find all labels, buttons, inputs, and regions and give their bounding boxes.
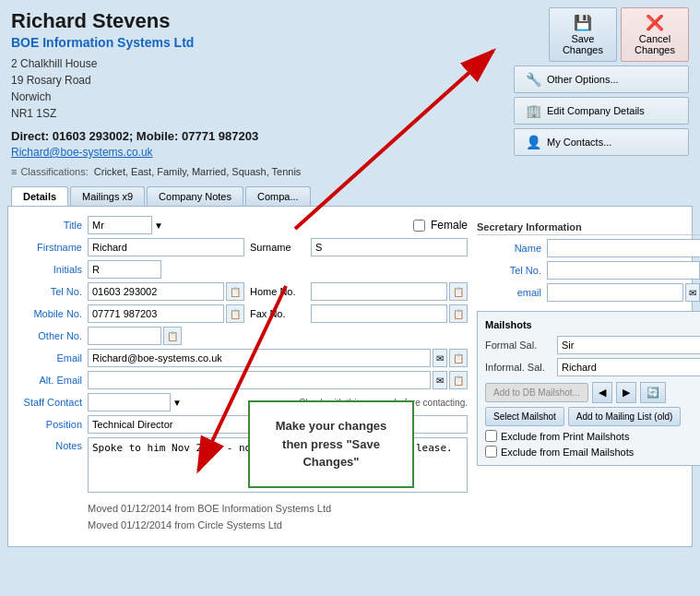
exclude-print-row: Exclude from Print Mailshots bbox=[485, 430, 700, 442]
formal-sal-row: Formal Sal. bbox=[485, 336, 700, 354]
sec-name-row: Name bbox=[477, 239, 700, 257]
altemail-group: ✉ 📋 bbox=[88, 371, 468, 389]
other-options-button[interactable]: 🔧 Other Options... bbox=[514, 66, 689, 93]
classifications-row: ≡ Classifications: Cricket, East, Family… bbox=[11, 166, 689, 177]
tab-mailings[interactable]: Mailings x9 bbox=[70, 186, 145, 206]
options-icon: 🔧 bbox=[526, 72, 541, 87]
secretary-title: Secretary Information bbox=[477, 221, 700, 235]
email-input[interactable] bbox=[88, 349, 431, 367]
informal-sal-input[interactable] bbox=[557, 358, 700, 376]
firstname-input[interactable] bbox=[88, 238, 244, 256]
title-dropdown-icon[interactable]: ▼ bbox=[154, 221, 163, 231]
exclude-email-checkbox[interactable] bbox=[485, 446, 497, 458]
sec-telno-row: Tel No. 📋 bbox=[477, 261, 700, 280]
address-line2: 19 Rosary Road bbox=[11, 74, 91, 87]
otherno-label: Other No. bbox=[18, 330, 82, 341]
sec-email-label: email bbox=[477, 287, 541, 298]
telno-copy-btn[interactable]: 📋 bbox=[226, 282, 244, 301]
email-row: Email ✉ 📋 bbox=[18, 349, 468, 367]
surname-label: Surname bbox=[250, 242, 305, 253]
mailshots-title: Mailshots bbox=[485, 319, 700, 330]
exclude-print-checkbox[interactable] bbox=[485, 430, 497, 442]
sec-name-input[interactable] bbox=[547, 239, 700, 257]
altemail-row: Alt. Email ✉ 📋 bbox=[18, 371, 468, 389]
cancel-label: CancelChanges bbox=[635, 33, 675, 55]
sec-telno-group: 📋 bbox=[547, 261, 700, 280]
faxno-input[interactable] bbox=[311, 304, 447, 323]
firstname-row: Firstname Surname bbox=[18, 238, 468, 256]
secretary-section: Secretary Information Name Tel No. 📋 ema bbox=[477, 221, 700, 302]
address-line1: 2 Chalkhill House bbox=[11, 57, 97, 70]
tab-company-notes[interactable]: Company Notes bbox=[147, 186, 243, 206]
next-btn[interactable]: ▶ bbox=[616, 382, 636, 403]
formal-sal-input[interactable] bbox=[557, 336, 700, 354]
tooltip-text: Make your changes then press "Save Chang… bbox=[276, 419, 387, 469]
surname-input[interactable] bbox=[311, 238, 468, 256]
email-copy-btn[interactable]: 📋 bbox=[449, 349, 468, 367]
mailshots-section: Mailshots Formal Sal. Informal. Sal. Add… bbox=[477, 311, 700, 466]
altemail-copy-btn[interactable]: 📋 bbox=[449, 371, 468, 389]
altemail-send-btn[interactable]: ✉ bbox=[433, 371, 447, 389]
sec-telno-input[interactable] bbox=[547, 261, 700, 280]
faxno-label: Fax No. bbox=[250, 308, 305, 319]
refresh-btn[interactable]: 🔄 bbox=[640, 382, 666, 403]
classifications-value: Cricket, East, Family, Married, Squash, … bbox=[94, 166, 302, 177]
notes-moved2: Moved 01/12/2014 from Circle Systems Ltd bbox=[88, 519, 282, 530]
telno-input[interactable] bbox=[88, 282, 224, 301]
staffcontact-input[interactable] bbox=[88, 393, 171, 411]
main-container: Richard Stevens BOE Information Systems … bbox=[0, 0, 700, 596]
homeno-input[interactable] bbox=[311, 282, 447, 301]
toolbar: 💾 SaveChanges ❌ CancelChanges 🔧 Other Op… bbox=[514, 7, 689, 156]
email-send-btn[interactable]: ✉ bbox=[433, 349, 447, 367]
list-icon: ≡ bbox=[11, 166, 17, 177]
edit-company-button[interactable]: 🏢 Edit Company Details bbox=[514, 97, 689, 125]
staffcontact-dropdown-icon[interactable]: ▼ bbox=[172, 398, 182, 408]
tooltip-popup: Make your changes then press "Save Chang… bbox=[248, 400, 414, 488]
altemail-input[interactable] bbox=[88, 371, 431, 389]
informal-sal-row: Informal. Sal. bbox=[485, 358, 700, 376]
address-line4: NR1 1SZ bbox=[11, 107, 56, 120]
title-input[interactable] bbox=[88, 216, 152, 234]
email-label: Email bbox=[18, 352, 82, 364]
notes-label: Notes bbox=[18, 437, 82, 451]
mailshot-btn-row1: Add to DB Mailshot... ◀ ▶ 🔄 bbox=[485, 382, 700, 403]
homeno-copy-btn[interactable]: 📋 bbox=[449, 282, 468, 301]
add-db-mailshot-btn[interactable]: Add to DB Mailshot... bbox=[485, 383, 588, 402]
mobileno-row: Mobile No. 📋 Fax No. 📋 bbox=[18, 304, 468, 323]
mobileno-input[interactable] bbox=[88, 304, 224, 323]
other-options-label: Other Options... bbox=[547, 74, 619, 85]
right-col: Secretary Information Name Tel No. 📋 ema bbox=[477, 216, 700, 537]
tab-details[interactable]: Details bbox=[11, 186, 68, 206]
sec-email-send-btn[interactable]: ✉ bbox=[685, 283, 700, 302]
homeno-group: 📋 bbox=[311, 282, 468, 301]
add-mailing-list-btn[interactable]: Add to Mailing List (old) bbox=[568, 407, 682, 426]
cancel-changes-button[interactable]: ❌ CancelChanges bbox=[621, 7, 689, 62]
two-col-layout: Title ▼ Female Firstname Surname bbox=[18, 216, 682, 537]
faxno-copy-btn[interactable]: 📋 bbox=[449, 304, 468, 323]
prev-btn[interactable]: ◀ bbox=[592, 382, 612, 403]
exclude-print-label: Exclude from Print Mailshots bbox=[501, 431, 629, 442]
title-label: Title bbox=[18, 220, 82, 231]
select-mailshot-btn[interactable]: Select Mailshot bbox=[485, 407, 564, 426]
classifications-label: ≡ Classifications: bbox=[11, 166, 89, 177]
save-changes-button[interactable]: 💾 SaveChanges bbox=[549, 7, 617, 62]
content-area: Title ▼ Female Firstname Surname bbox=[7, 206, 693, 547]
title-input-group: ▼ bbox=[88, 216, 408, 234]
otherno-input[interactable] bbox=[88, 327, 161, 345]
mobileno-label: Mobile No. bbox=[18, 308, 82, 319]
telno-row: Tel No. 📋 Home No. 📋 bbox=[18, 282, 468, 301]
save-icon: 💾 bbox=[563, 14, 603, 31]
title-row: Title ▼ Female bbox=[18, 216, 468, 234]
initials-input[interactable] bbox=[88, 260, 161, 279]
tab-company[interactable]: Compa... bbox=[245, 186, 311, 206]
otherno-group: 📋 bbox=[88, 327, 468, 345]
sec-telno-label: Tel No. bbox=[477, 265, 541, 276]
mobileno-copy-btn[interactable]: 📋 bbox=[226, 304, 244, 323]
female-checkbox[interactable] bbox=[413, 220, 425, 232]
my-contacts-label: My Contacts... bbox=[547, 137, 611, 148]
sec-email-input[interactable] bbox=[547, 283, 683, 302]
my-contacts-button[interactable]: 👤 My Contacts... bbox=[514, 128, 689, 156]
otherno-copy-btn[interactable]: 📋 bbox=[163, 327, 182, 345]
otherno-row: Other No. 📋 bbox=[18, 327, 468, 345]
position-label: Position bbox=[18, 419, 82, 430]
